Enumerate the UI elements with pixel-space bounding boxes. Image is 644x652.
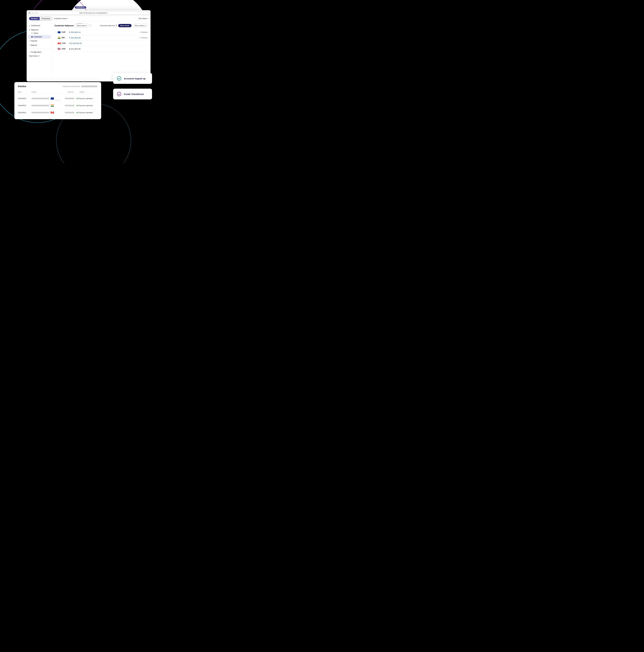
invoice-date-2: 2024/05/01 bbox=[18, 105, 31, 106]
customer-select-value: Client name bbox=[77, 25, 85, 27]
svg-point-0 bbox=[117, 77, 121, 80]
status-text-1: Payment submitted bbox=[79, 98, 93, 100]
browser-traffic-btn bbox=[28, 12, 30, 14]
client-icon: ☐ bbox=[31, 32, 33, 34]
sidebar: ⌂ Dashboard ∨ Balances ☐ Client ▤ Custom… bbox=[27, 22, 52, 81]
more-actions-chevron-icon: ▾ bbox=[145, 25, 146, 27]
can-code: CAN bbox=[62, 42, 69, 44]
amount-bar-2 bbox=[65, 105, 74, 106]
invoice-status-3: Payment submitted bbox=[77, 112, 97, 113]
usd-amount: $ 221,953.46 bbox=[69, 48, 147, 50]
user-chevron: ▾ bbox=[147, 18, 148, 19]
invoice-van-value bbox=[81, 85, 97, 87]
browser-toolbar: ← → https://www.app.nium.com/pageName bbox=[27, 10, 150, 16]
header-user[interactable]: Tara Davis ▾ bbox=[138, 18, 148, 20]
browser-back-button[interactable]: ← bbox=[32, 12, 34, 14]
eur-receive-button[interactable]: ↩ Receive bbox=[140, 31, 147, 33]
payouts-expand-icon: › bbox=[29, 40, 30, 42]
goods-bar-2 bbox=[31, 105, 49, 106]
invoice-columns: Date Goods Amount Status bbox=[18, 90, 97, 94]
download-statement-button[interactable]: Download statement ⬇ bbox=[100, 25, 117, 27]
status-dot-1 bbox=[77, 98, 78, 99]
usd-flag: 🇺🇸 bbox=[57, 48, 61, 50]
status-text-2: Payment submitted bbox=[79, 105, 93, 106]
header-customer-name[interactable]: Customer name ▾ bbox=[54, 18, 68, 20]
svg-point-1 bbox=[117, 92, 121, 96]
amount-bar-3 bbox=[65, 112, 74, 113]
balance-table: › 🇪🇺 EUR € 583,964.24 ↩ Receive › 🇮🇳 INR… bbox=[54, 29, 148, 52]
nium-watermark: NIUM bbox=[55, 100, 60, 101]
invoice-status-2: Payment submitted bbox=[77, 105, 97, 106]
col-status: Status bbox=[80, 91, 97, 93]
info-icon[interactable]: ⓘ bbox=[90, 24, 92, 27]
eur-amount: € 583,964.24 bbox=[69, 31, 140, 33]
accounts-topped-text: Accounts topped up bbox=[124, 77, 146, 80]
amount-bar-1 bbox=[65, 98, 74, 99]
balance-row-eur: › 🇪🇺 EUR € 583,964.24 ↩ Receive bbox=[54, 29, 148, 35]
sidebar-item-payouts[interactable]: › Payouts bbox=[27, 38, 52, 43]
app-body: ⌂ Dashboard ∨ Balances ☐ Client ▤ Custom… bbox=[27, 22, 150, 81]
notification-card-funds-transferred: Funds Transferred bbox=[113, 89, 152, 100]
col-date: Date bbox=[18, 91, 31, 93]
invoice-van-label: Virtual Account Number bbox=[63, 85, 80, 87]
eur-expand-icon[interactable]: › bbox=[55, 31, 57, 33]
home-icon: ⌂ bbox=[29, 24, 30, 27]
notification-card-accounts-topped: Accounts topped up bbox=[113, 73, 152, 84]
invoice-row-3: 2024/05/01 🇨🇦 Payment submitted bbox=[18, 109, 97, 116]
flag-ca-3: 🇨🇦 bbox=[51, 111, 54, 114]
sidebar-item-configuration[interactable]: › Configuration bbox=[27, 50, 52, 54]
funds-transferred-check-icon bbox=[116, 91, 122, 97]
browser-window: ← → https://www.app.nium.com/pageName Sa… bbox=[27, 10, 150, 81]
reports-expand-icon: › bbox=[29, 44, 30, 46]
move-funds-button[interactable]: Move funds bbox=[118, 24, 132, 27]
goods-bar-1 bbox=[31, 98, 49, 99]
balance-row-usd: › 🇺🇸 USD $ 221,953.46 bbox=[54, 46, 148, 52]
sidebar-item-reports[interactable]: › Reports bbox=[27, 43, 52, 47]
status-text-3: Payment submitted bbox=[79, 112, 93, 113]
eur-code: EUR bbox=[62, 31, 69, 33]
download-statement-label: Download statement bbox=[100, 25, 115, 27]
invoice-status-1: Payment submitted bbox=[77, 98, 97, 100]
page-title: Customer balances bbox=[54, 24, 74, 27]
content-header: Customer balances Customer Client name ▾… bbox=[54, 24, 148, 27]
browser-forward-button[interactable]: → bbox=[35, 12, 37, 14]
col-amount: Amount bbox=[67, 91, 80, 93]
production-env-button[interactable]: Production bbox=[40, 17, 52, 20]
can-amount: C$ 193,925.81 bbox=[69, 42, 147, 45]
invoice-card: Invoice Virtual Account Number Date Good… bbox=[15, 82, 101, 119]
funds-transferred-text: Funds Transferred bbox=[124, 93, 144, 96]
goods-bar-3 bbox=[31, 112, 49, 113]
inr-receive-button[interactable]: ↩ Receive bbox=[140, 37, 147, 39]
invoice-goods-3: 🇨🇦 bbox=[31, 111, 65, 114]
sandbox-badge: SANDBOX bbox=[75, 6, 86, 8]
sidebar-item-nium-docs[interactable]: Nium Docs ↗ bbox=[27, 54, 52, 58]
flag-in-2: 🇮🇳 bbox=[51, 104, 54, 107]
browser-url-bar[interactable]: https://www.app.nium.com/pageName bbox=[38, 11, 149, 15]
customer-icon: ▤ bbox=[31, 36, 33, 38]
customer-select-label: Customer bbox=[76, 23, 83, 24]
col-goods: Goods bbox=[31, 91, 67, 93]
sidebar-item-client[interactable]: ☐ Client bbox=[27, 31, 52, 35]
inr-flag: 🇮🇳 bbox=[57, 36, 61, 39]
inr-amount: ₹ 101,953.06 bbox=[69, 37, 140, 39]
sandbox-env-button[interactable]: Sandbox bbox=[29, 17, 40, 20]
content-title-area: Customer balances Customer Client name ▾… bbox=[54, 24, 92, 27]
customer-name-chevron: ▾ bbox=[67, 18, 68, 19]
config-expand-icon: › bbox=[29, 51, 30, 53]
inr-expand-icon[interactable]: › bbox=[55, 37, 57, 38]
invoice-header: Invoice Virtual Account Number bbox=[18, 85, 97, 88]
balances-expand-icon: ∨ bbox=[29, 29, 30, 31]
invoice-amount-2 bbox=[65, 105, 77, 106]
balance-row-can: › 🇨🇦 CAN C$ 193,925.81 bbox=[54, 40, 148, 46]
sidebar-item-customer[interactable]: ▤ Customer bbox=[28, 35, 51, 38]
usd-code: USD bbox=[62, 48, 69, 50]
more-actions-button[interactable]: More actions ▾ bbox=[133, 24, 148, 27]
status-dot-2 bbox=[77, 105, 78, 106]
sidebar-section-balances: ∨ Balances bbox=[27, 28, 52, 31]
eur-flag: 🇪🇺 bbox=[57, 31, 61, 33]
invoice-amount-1 bbox=[65, 98, 77, 99]
sidebar-item-dashboard[interactable]: ⌂ Dashboard bbox=[27, 23, 52, 28]
inr-code: INR bbox=[62, 37, 69, 39]
customer-select[interactable]: Customer Client name ▾ bbox=[75, 24, 89, 27]
app-header: Sandbox Production Customer name ▾ Tara … bbox=[27, 16, 150, 22]
